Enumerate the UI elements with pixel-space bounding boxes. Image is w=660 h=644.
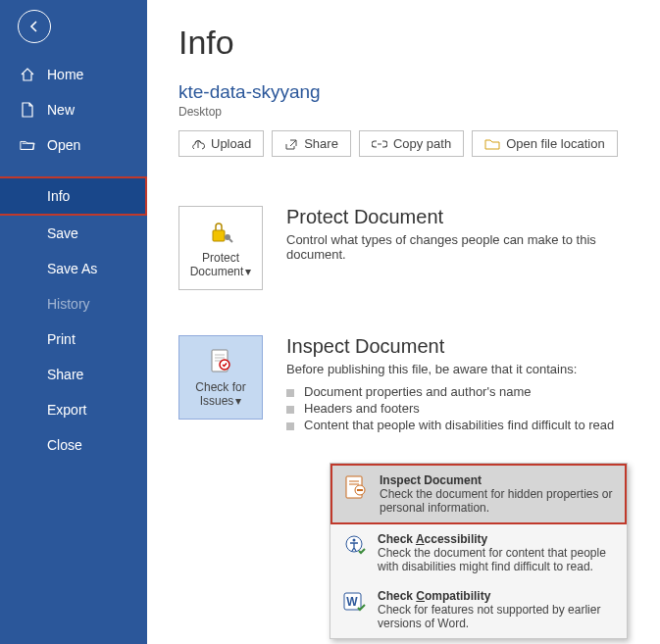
nav-label: Save As xyxy=(47,261,97,276)
button-label: Upload xyxy=(211,136,251,151)
inspect-bullet-list: Document properties and author's name He… xyxy=(286,384,640,432)
button-label: ProtectDocument▾ xyxy=(190,251,252,279)
svg-text:W: W xyxy=(346,595,358,609)
section-subtext: Before publishing this file, be aware th… xyxy=(286,362,640,376)
upload-button[interactable]: Upload xyxy=(178,130,264,157)
nav-share[interactable]: Share xyxy=(0,357,147,392)
check-issues-button[interactable]: Check forIssues▾ xyxy=(178,335,263,420)
menu-title: Inspect Document xyxy=(380,473,615,487)
menu-desc: Check the document for hidden properties… xyxy=(380,487,615,515)
nav-export[interactable]: Export xyxy=(0,392,147,427)
new-icon xyxy=(20,102,35,118)
bullet-icon xyxy=(286,406,294,414)
back-button[interactable] xyxy=(18,10,51,43)
nav-label: Info xyxy=(47,188,70,204)
bullet-icon xyxy=(286,389,294,397)
nav-history[interactable]: History xyxy=(0,286,147,322)
link-icon xyxy=(372,139,387,149)
svg-rect-0 xyxy=(213,230,225,241)
inspect-document-icon xyxy=(342,473,370,501)
check-issues-menu: Inspect Document Check the document for … xyxy=(330,463,628,639)
svg-point-13 xyxy=(353,539,356,542)
section-heading: Protect Document xyxy=(286,206,640,228)
nav-label: History xyxy=(47,296,90,312)
protect-text: Protect Document Control what types of c… xyxy=(286,206,640,290)
nav-label: New xyxy=(47,102,75,118)
inspect-text: Inspect Document Before publishing this … xyxy=(286,335,640,434)
nav-new[interactable]: New xyxy=(0,92,147,127)
nav-spacer xyxy=(0,163,147,176)
menu-text: Inspect Document Check the document for … xyxy=(380,473,615,515)
nav-label: Close xyxy=(47,437,82,453)
nav-list: Home New Open Info Save Save As xyxy=(0,57,147,463)
menu-check-compatibility[interactable]: W Check Compatibility Check for features… xyxy=(330,581,627,638)
nav-home[interactable]: Home xyxy=(0,57,147,92)
nav-print[interactable]: Print xyxy=(0,322,147,357)
bullet-icon xyxy=(286,422,294,430)
home-icon xyxy=(20,67,35,82)
blank-icon xyxy=(20,225,35,241)
nav-label: Save xyxy=(47,225,78,241)
button-label: Share xyxy=(304,136,338,151)
inspect-section: Check forIssues▾ Inspect Document Before… xyxy=(178,335,640,434)
section-heading: Inspect Document xyxy=(286,335,640,358)
accessibility-icon xyxy=(340,532,368,560)
menu-text: Check Accessibility Check the document f… xyxy=(378,532,617,573)
menu-desc: Check the document for content that peop… xyxy=(378,546,617,573)
bullet-item: Document properties and author's name xyxy=(286,384,640,399)
protect-section: ProtectDocument▾ Protect Document Contro… xyxy=(178,206,640,290)
nav-label: Print xyxy=(47,331,76,347)
main-panel: Info kte-data-skyyang Desktop Upload Sha… xyxy=(147,0,660,644)
menu-desc: Check for features not supported by earl… xyxy=(378,603,617,630)
action-button-row: Upload Share Copy path Open file locatio… xyxy=(178,130,640,157)
blank-icon xyxy=(20,261,35,276)
nav-label: Home xyxy=(47,67,83,82)
blank-icon xyxy=(20,437,35,453)
button-label: Open file location xyxy=(506,136,604,151)
button-label: Copy path xyxy=(393,136,451,151)
document-name[interactable]: kte-data-skyyang xyxy=(178,81,640,103)
share-icon xyxy=(284,137,298,151)
lock-icon xyxy=(206,218,235,247)
bullet-item: Headers and footers xyxy=(286,401,640,416)
inspect-icon xyxy=(206,347,235,376)
folder-icon xyxy=(484,138,500,150)
blank-icon xyxy=(20,188,35,204)
upload-icon xyxy=(191,137,205,151)
document-path: Desktop xyxy=(178,105,640,119)
compatibility-icon: W xyxy=(340,589,368,617)
nav-save[interactable]: Save xyxy=(0,216,147,251)
blank-icon xyxy=(20,367,35,382)
menu-check-accessibility[interactable]: Check Accessibility Check the document f… xyxy=(330,524,627,581)
share-button[interactable]: Share xyxy=(272,130,351,157)
menu-title: Check Accessibility xyxy=(378,532,617,546)
blank-icon xyxy=(20,331,35,347)
backstage-sidebar: Home New Open Info Save Save As xyxy=(0,0,147,644)
copy-path-button[interactable]: Copy path xyxy=(359,130,464,157)
protect-document-button[interactable]: ProtectDocument▾ xyxy=(178,206,263,290)
open-icon xyxy=(20,137,35,153)
chevron-down-icon: ▾ xyxy=(235,394,241,408)
nav-open[interactable]: Open xyxy=(0,127,147,163)
chevron-down-icon: ▾ xyxy=(245,265,251,278)
menu-text: Check Compatibility Check for features n… xyxy=(378,589,617,630)
section-subtext: Control what types of changes people can… xyxy=(286,232,640,262)
blank-icon xyxy=(20,402,35,418)
nav-label: Open xyxy=(47,137,80,153)
app-root: Home New Open Info Save Save As xyxy=(0,0,660,644)
nav-info[interactable]: Info xyxy=(0,176,147,216)
page-title: Info xyxy=(178,24,640,62)
menu-inspect-document[interactable]: Inspect Document Check the document for … xyxy=(330,464,627,524)
button-label: Check forIssues▾ xyxy=(195,380,245,409)
menu-title: Check Compatibility xyxy=(378,589,617,603)
nav-label: Share xyxy=(47,367,83,382)
blank-icon xyxy=(20,296,35,312)
open-location-button[interactable]: Open file location xyxy=(472,130,617,157)
nav-close[interactable]: Close xyxy=(0,427,147,463)
nav-label: Export xyxy=(47,402,86,418)
bullet-item: Content that people with disabilities fi… xyxy=(286,418,640,432)
nav-save-as[interactable]: Save As xyxy=(0,251,147,286)
